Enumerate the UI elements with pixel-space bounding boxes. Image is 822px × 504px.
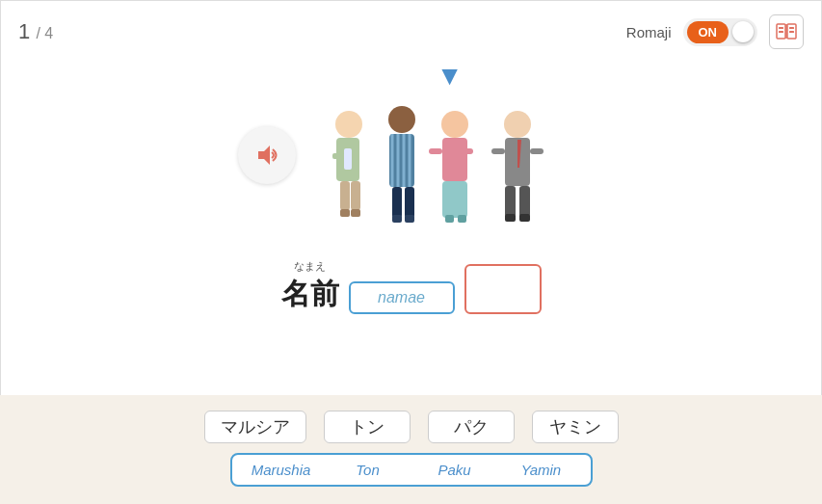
choice-item-3: パク bbox=[428, 411, 515, 443]
svg-rect-15 bbox=[351, 209, 360, 217]
page-separator: / bbox=[36, 25, 44, 41]
svg-rect-22 bbox=[392, 187, 402, 218]
svg-rect-30 bbox=[442, 181, 467, 218]
svg-rect-29 bbox=[460, 148, 473, 154]
choice-item-1: マルシア bbox=[204, 411, 306, 443]
romaji-item-4[interactable]: Yamin bbox=[498, 457, 585, 483]
svg-point-26 bbox=[441, 111, 468, 138]
romaji-group: Marushia Ton Paku Yamin bbox=[230, 453, 593, 487]
book-icon-button[interactable] bbox=[769, 14, 804, 49]
characters-svg bbox=[315, 95, 585, 250]
choice-romaji-2[interactable]: Ton bbox=[325, 457, 411, 483]
book-svg bbox=[776, 22, 797, 41]
choices-area: マルシア トン パク ヤミン Marushia Ton Paku Yamin bbox=[0, 395, 822, 504]
romaji-toggle[interactable]: ON bbox=[683, 18, 758, 46]
current-page: 1 bbox=[18, 19, 30, 43]
svg-rect-25 bbox=[405, 215, 414, 223]
scene-area: ▼ bbox=[238, 61, 585, 250]
romaji-item-2[interactable]: Ton bbox=[325, 457, 411, 483]
speaker-icon bbox=[252, 143, 281, 168]
svg-rect-28 bbox=[429, 148, 442, 154]
svg-rect-11 bbox=[344, 148, 352, 170]
svg-rect-4 bbox=[779, 31, 783, 33]
input-placeholder: namae bbox=[378, 289, 425, 305]
choice-kana-2: トン bbox=[324, 411, 411, 443]
svg-point-16 bbox=[388, 106, 415, 133]
word-box: なまえ 名前 bbox=[281, 259, 339, 314]
romaji-item-3[interactable]: Paku bbox=[411, 457, 498, 483]
furigana: なまえ bbox=[294, 259, 326, 274]
svg-rect-27 bbox=[442, 138, 467, 181]
total-pages: 4 bbox=[44, 25, 53, 41]
svg-rect-24 bbox=[392, 215, 402, 223]
top-right-controls: Romaji ON bbox=[626, 14, 804, 49]
svg-rect-23 bbox=[405, 187, 414, 218]
choice-kana-4: ヤミン bbox=[532, 411, 619, 443]
svg-point-33 bbox=[504, 111, 531, 138]
kanji-word: 名前 bbox=[281, 275, 339, 314]
svg-rect-39 bbox=[519, 186, 530, 217]
svg-rect-36 bbox=[530, 148, 544, 154]
main-content: ▼ bbox=[1, 57, 821, 330]
question-area: なまえ 名前 namae bbox=[281, 259, 542, 314]
answer-input-box[interactable]: namae bbox=[349, 281, 455, 314]
svg-rect-14 bbox=[340, 209, 350, 217]
characters-area: ▼ bbox=[315, 61, 585, 250]
top-bar: 1 / 4 Romaji ON bbox=[1, 1, 821, 57]
down-arrow: ▼ bbox=[437, 61, 464, 92]
romaji-label: Romaji bbox=[626, 24, 672, 40]
speaker-button[interactable] bbox=[238, 126, 296, 184]
svg-rect-12 bbox=[340, 181, 350, 210]
choice-kana-1: マルシア bbox=[204, 411, 306, 443]
svg-rect-6 bbox=[789, 31, 794, 33]
svg-point-8 bbox=[335, 111, 362, 138]
toggle-on-label: ON bbox=[687, 21, 729, 43]
answer-blank-box bbox=[464, 264, 542, 314]
svg-rect-13 bbox=[351, 181, 360, 210]
svg-rect-41 bbox=[519, 214, 530, 222]
choice-romaji-3[interactable]: Paku bbox=[411, 457, 498, 483]
choice-romaji-1[interactable]: Marushia bbox=[238, 457, 325, 483]
choice-romaji-4[interactable]: Yamin bbox=[498, 457, 585, 483]
romaji-item-1[interactable]: Marushia bbox=[238, 457, 325, 483]
svg-rect-32 bbox=[458, 215, 466, 223]
svg-rect-40 bbox=[505, 214, 516, 222]
choice-item-2: トン bbox=[324, 411, 411, 443]
choice-item-4: ヤミン bbox=[532, 411, 619, 443]
svg-marker-7 bbox=[258, 146, 270, 165]
svg-rect-5 bbox=[789, 27, 794, 29]
page-counter: 1 / 4 bbox=[18, 19, 53, 44]
svg-rect-3 bbox=[779, 27, 783, 29]
svg-rect-38 bbox=[505, 186, 516, 217]
svg-rect-31 bbox=[445, 215, 454, 223]
svg-rect-10 bbox=[332, 153, 344, 159]
choice-kana-3: パク bbox=[428, 411, 515, 443]
svg-rect-35 bbox=[491, 148, 505, 154]
kana-row: マルシア トン パク ヤミン bbox=[204, 411, 619, 443]
toggle-circle bbox=[732, 21, 754, 42]
